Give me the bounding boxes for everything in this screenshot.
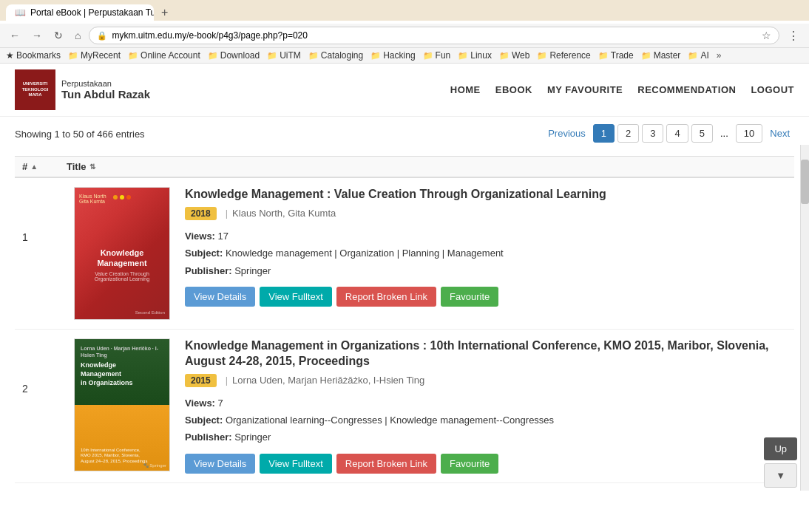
reload-button[interactable]: ↻ [50, 28, 67, 43]
sort-icon-title: ⇅ [89, 163, 95, 171]
previous-button[interactable]: Previous [544, 125, 590, 142]
page-3-button[interactable]: 3 [642, 124, 663, 143]
page-10-button[interactable]: 10 [736, 124, 762, 143]
report-broken-link-button-2[interactable]: Report Broken Link [336, 454, 436, 474]
bookmark-hacking[interactable]: 📁 Hacking [370, 50, 415, 61]
folder-icon: 📁 [537, 51, 547, 61]
bookmark-bookmarks[interactable]: ★ Bookmarks [6, 50, 61, 61]
tab-favicon: 📖 [15, 7, 26, 18]
browser-chrome: 📖 Portal eBook | Perpustakaan Tu... ✕ + … [0, 0, 809, 64]
book-cover-1: Klaus NorthGita Kumta KnowledgeManagemen… [74, 187, 170, 320]
book-publisher-2: Springer [234, 432, 271, 443]
book-subjects-2: Organizational learning--Congresses | Kn… [226, 415, 554, 426]
browser-toolbar: ← → ↻ ⌂ 🔒 ☆ ⋮ [0, 24, 809, 48]
bookmark-myrecent[interactable]: 📁 MyRecent [68, 50, 121, 61]
book-authors-1: Klaus North, Gita Kumta [232, 208, 336, 219]
nav-my-favourite[interactable]: MY FAVOURITE [547, 84, 623, 95]
folder-icon: 📁 [458, 51, 468, 61]
year-authors-row-1: 2018 | Klaus North, Gita Kumta [185, 207, 787, 220]
cover-subtitle-1: Value Creation ThroughOrganizational Lea… [95, 271, 149, 282]
folder-icon: 📁 [308, 51, 319, 61]
book-actions-2: View Details View Fulltext Report Broken… [185, 454, 787, 474]
book-subjects-1: Knowledge management | Organization | Pl… [226, 248, 504, 259]
nav-recommendation[interactable]: RECOMMENDATION [637, 84, 736, 95]
book-meta-1: Views: 17 Subject: Knowledge management … [185, 228, 787, 279]
book-year-1: 2018 [185, 207, 217, 220]
report-broken-link-button-1[interactable]: Report Broken Link [336, 287, 436, 307]
book-views-2: 7 [218, 398, 223, 409]
folder-icon: 📁 [267, 51, 277, 61]
book-entry-2: 2 Lorna Uden · Marjan Heričko · I-Hsien … [15, 330, 794, 483]
new-tab-button[interactable]: + [157, 6, 172, 19]
folder-icon: 📁 [423, 51, 433, 61]
url-input[interactable] [112, 30, 757, 41]
view-fulltext-button-2[interactable]: View Fulltext [260, 454, 331, 474]
cover-top-text-2: Lorna Uden · Marjan Heričko · I-Hsien Ti… [81, 345, 163, 387]
bookmark-ai[interactable]: 📁 AI [688, 50, 708, 61]
page-2-button[interactable]: 2 [617, 124, 639, 143]
book-number-2: 2 [22, 338, 67, 395]
security-icon: 🔒 [97, 31, 107, 41]
scroll-down-button[interactable]: ▼ [764, 463, 797, 488]
page-1-button[interactable]: 1 [593, 124, 615, 143]
home-button[interactable]: ⌂ [71, 28, 84, 43]
view-details-button-2[interactable]: View Details [185, 454, 255, 474]
logo-top-text: Perpustakaan [61, 79, 150, 88]
th-title[interactable]: Title ⇅ [67, 161, 787, 172]
book-info-1: Knowledge Management : Value Creation Th… [185, 187, 787, 307]
bookmark-cataloging[interactable]: 📁 Cataloging [308, 50, 363, 61]
sort-icon: ▲ [30, 163, 38, 171]
tab-title: Portal eBook | Perpustakaan Tu... [30, 7, 154, 18]
bookmark-trade[interactable]: 📁 Trade [598, 50, 634, 61]
logo-area: UNIVERSITITEKNOLOGIMARA Perpustakaan Tun… [15, 69, 150, 110]
bookmark-linux[interactable]: 📁 Linux [458, 50, 492, 61]
book-meta-2: Views: 7 Subject: Organizational learnin… [185, 395, 787, 446]
scrollbar-thumb[interactable] [801, 160, 809, 204]
view-fulltext-button-1[interactable]: View Fulltext [260, 287, 331, 307]
book-publisher-1: Springer [234, 265, 271, 276]
university-logo: UNIVERSITITEKNOLOGIMARA [15, 69, 55, 110]
bookmark-download[interactable]: 📁 Download [208, 50, 260, 61]
book-entry-1: 1 Klaus NorthGita Kumta KnowledgeManagem… [15, 178, 794, 330]
scroll-up-button[interactable]: Up [764, 437, 797, 460]
nav-logout[interactable]: LOGOUT [751, 84, 794, 95]
bookmark-online-account[interactable]: 📁 Online Account [128, 50, 200, 61]
folder-icon: 📁 [208, 51, 218, 61]
bookmark-reference[interactable]: 📁 Reference [537, 50, 590, 61]
book-info-2: Knowledge Management in Organizations : … [185, 338, 787, 474]
back-button[interactable]: ← [6, 28, 24, 43]
next-button[interactable]: Next [765, 125, 794, 142]
folder-icon: 📁 [641, 51, 651, 61]
page-content: UNIVERSITITEKNOLOGIMARA Perpustakaan Tun… [0, 64, 809, 491]
scrollbar[interactable] [800, 145, 809, 491]
bookmarks-more-button[interactable]: » [717, 50, 722, 61]
folder-icon: 📁 [598, 51, 609, 61]
browser-tab[interactable]: 📖 Portal eBook | Perpustakaan Tu... ✕ [6, 4, 154, 21]
book-authors-2: Lorna Uden, Marjan Heriāżāżko, I-Hsien T… [232, 375, 424, 386]
bookmark-web[interactable]: 📁 Web [499, 50, 529, 61]
views-label-1: Views: [185, 231, 215, 242]
forward-button[interactable]: → [28, 28, 46, 43]
nav-home[interactable]: HOME [450, 84, 481, 95]
book-number-1: 1 [22, 187, 67, 243]
th-number[interactable]: # ▲ [22, 161, 67, 172]
folder-icon: 📁 [370, 51, 381, 61]
folder-icon: 📁 [128, 51, 138, 61]
subject-label-1: Subject: [185, 248, 223, 259]
site-nav: HOME EBOOK MY FAVOURITE RECOMMENDATION L… [450, 84, 794, 95]
page-5-button[interactable]: 5 [691, 124, 713, 143]
pagination: Previous 1 2 3 4 5 ... 10 Next [544, 124, 794, 143]
cover-title-1: KnowledgeManagement [97, 248, 146, 269]
address-bar[interactable]: 🔒 ☆ [89, 27, 779, 44]
favourite-button-1[interactable]: Favourite [441, 287, 498, 307]
page-4-button[interactable]: 4 [666, 124, 688, 143]
favourite-button-2[interactable]: Favourite [441, 454, 498, 474]
year-authors-row-2: 2015 | Lorna Uden, Marjan Heriāżāżko, I-… [185, 374, 787, 387]
nav-ebook[interactable]: EBOOK [495, 84, 532, 95]
bookmark-master[interactable]: 📁 Master [641, 50, 681, 61]
bookmark-star-icon[interactable]: ☆ [762, 30, 771, 41]
bookmark-uitm[interactable]: 📁 UiTM [267, 50, 301, 61]
extensions-button[interactable]: ⋮ [784, 27, 803, 44]
view-details-button-1[interactable]: View Details [185, 287, 255, 307]
bookmark-fun[interactable]: 📁 Fun [423, 50, 451, 61]
